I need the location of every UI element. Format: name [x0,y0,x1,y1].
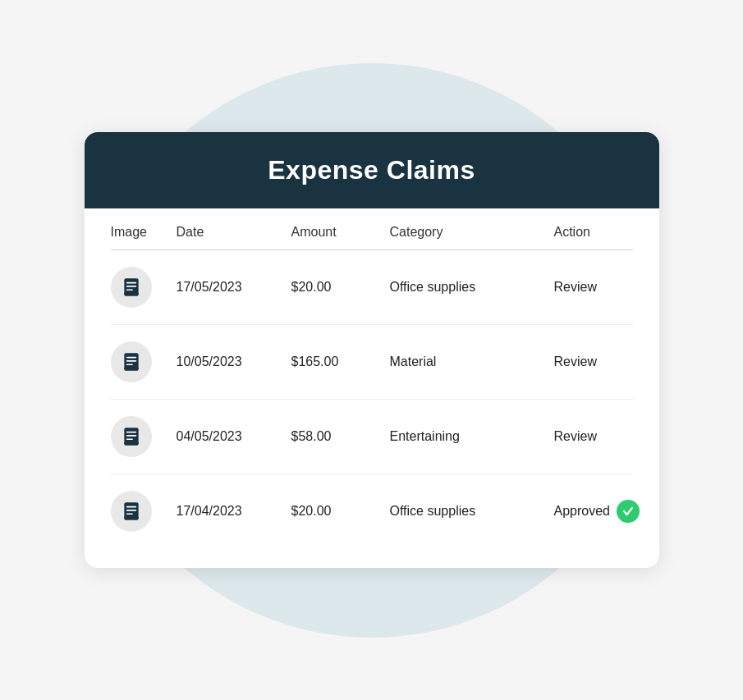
col-image: Image [111,225,177,240]
action-cell[interactable]: Review [554,355,659,369]
category-cell: Office supplies [390,504,554,519]
col-category: Category [390,225,554,240]
receipt-icon [121,426,142,447]
category-cell: Office supplies [390,280,554,295]
checkmark-icon [621,505,635,518]
receipt-icon-wrap [111,491,152,532]
col-amount: Amount [291,225,390,240]
receipt-icon-wrap [111,416,152,457]
receipt-icon-wrap [111,267,152,308]
action-cell[interactable]: Approved [554,500,659,523]
image-cell [111,416,177,457]
receipt-icon [121,277,142,298]
page-title: Expense Claims [117,155,626,185]
card-header: Expense Claims [85,132,659,208]
image-cell [111,491,177,532]
table-row: 17/04/2023 $20.00 Office supplies Approv… [111,474,633,548]
category-cell: Material [390,355,554,369]
date-cell: 17/05/2023 [177,280,291,295]
receipt-icon-wrap [111,341,152,382]
amount-cell: $20.00 [291,280,390,295]
table-row: 17/05/2023 $20.00 Office supplies Review [111,250,633,325]
action-cell[interactable]: Review [554,280,659,295]
col-date: Date [177,225,291,240]
page-wrapper: Expense Claims Image Date Amount Categor… [0,0,743,700]
amount-cell: $20.00 [291,504,390,519]
image-cell [111,341,177,382]
table-row: 10/05/2023 $165.00 Material Review [111,325,633,400]
action-label: Review [554,280,597,295]
action-cell[interactable]: Review [554,429,659,444]
image-cell [111,267,177,308]
approved-check-icon [617,500,640,523]
amount-cell: $165.00 [291,355,390,369]
expense-claims-card: Expense Claims Image Date Amount Categor… [85,132,659,568]
date-cell: 04/05/2023 [177,429,291,444]
receipt-icon [121,351,142,373]
table-row: 04/05/2023 $58.00 Entertaining Review [111,400,633,474]
action-label: Approved [554,504,611,519]
action-label: Review [554,429,597,444]
card-body: Image Date Amount Category Action [85,208,659,568]
amount-cell: $58.00 [291,429,390,444]
date-cell: 10/05/2023 [177,355,291,369]
table-header: Image Date Amount Category Action [111,208,633,250]
date-cell: 17/04/2023 [177,504,291,519]
col-action: Action [554,225,659,240]
category-cell: Entertaining [390,429,554,444]
receipt-icon [121,501,142,522]
action-label: Review [554,355,597,369]
